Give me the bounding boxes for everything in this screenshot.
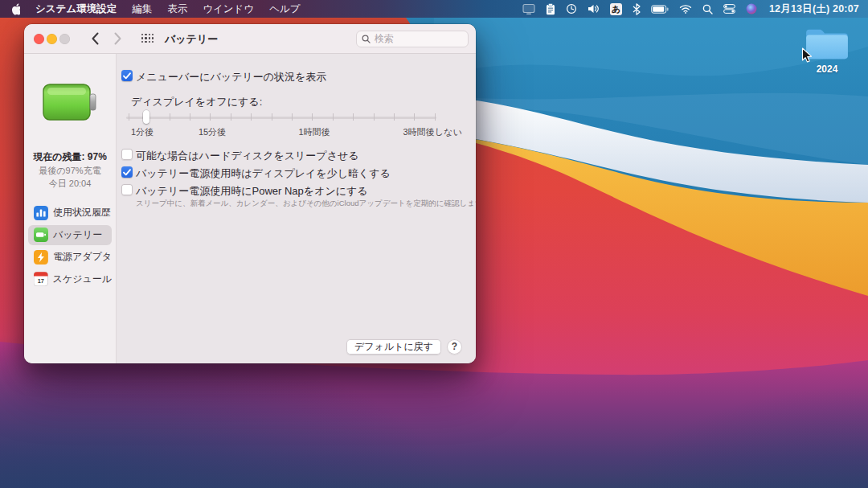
display-off-slider[interactable]: [126, 117, 436, 119]
last-charge-text: 最後の97%充電: [24, 165, 116, 177]
window-toolbar: バッテリー 検索: [24, 24, 476, 54]
menu-bar: システム環境設定 編集 表示 ウインドウ ヘルプ: [0, 0, 868, 18]
battery-pane: メニューバーにバッテリーの状況を表示 ディスプレイをオフにする: 1分後 15分…: [117, 54, 476, 363]
last-charge-time: 今日 20:04: [24, 178, 116, 190]
sidebar: 現在の残量: 97% 最後の97%充電 今日 20:04 使用状況履歴: [24, 54, 117, 363]
desktop-screen: システム環境設定 編集 表示 ウインドウ ヘルプ: [0, 0, 868, 488]
siri-icon[interactable]: [746, 3, 757, 14]
search-icon: [362, 35, 371, 43]
menubar-clock[interactable]: 12月13日(土) 20:07: [769, 2, 859, 16]
sidebar-list: 使用状況履歴 バッテリー: [28, 203, 112, 289]
mouse-cursor: [801, 47, 813, 64]
schedule-icon: 17: [34, 272, 48, 286]
show-all-grid-icon[interactable]: [141, 34, 154, 43]
display-off-label: ディスプレイをオフにする:: [131, 95, 262, 109]
clock-icon[interactable]: [566, 3, 577, 14]
checkbox-hard-disk-sleep[interactable]: [121, 149, 133, 160]
dim-display-label: バッテリー電源使用時はディスプレイを少し暗くする: [136, 166, 391, 181]
svg-text:17: 17: [38, 277, 44, 285]
menu-help[interactable]: ヘルプ: [269, 2, 300, 16]
checkbox-power-nap[interactable]: [121, 184, 133, 195]
control-center-icon[interactable]: [723, 4, 735, 14]
close-button[interactable]: [34, 34, 44, 44]
zoom-button[interactable]: [59, 34, 70, 44]
battery-illustration: [42, 82, 98, 122]
slider-thumb[interactable]: [143, 110, 149, 124]
power-nap-note: スリープ中に、新着メール、カレンダー、およびその他のiCloudアップデートを定…: [136, 199, 476, 209]
tick-label-1min: 1分後: [131, 126, 154, 138]
hard-disk-sleep-label: 可能な場合はハードディスクをスリープさせる: [136, 149, 359, 163]
wifi-icon[interactable]: [679, 4, 692, 14]
sidebar-item-usage-history[interactable]: 使用状況履歴: [28, 203, 112, 223]
tick-label-never: しない: [435, 126, 462, 138]
help-button[interactable]: ?: [447, 339, 462, 355]
tick-label-15min: 15分後: [199, 126, 226, 138]
tick-label-3hours: 3時間後: [403, 126, 434, 138]
clipboard-icon[interactable]: [546, 3, 555, 15]
screen-mirroring-icon[interactable]: [522, 3, 535, 15]
apple-menu-icon[interactable]: [10, 3, 20, 15]
spotlight-icon[interactable]: [702, 4, 713, 14]
sidebar-item-battery[interactable]: バッテリー: [28, 225, 112, 245]
input-source-icon[interactable]: あ: [610, 3, 622, 15]
minimize-button[interactable]: [47, 34, 57, 44]
checkbox-dim-display[interactable]: [121, 166, 133, 178]
forward-button[interactable]: [113, 31, 122, 46]
tick-label-1hour: 1時間後: [298, 126, 330, 138]
sidebar-item-power-adapter[interactable]: 電源アダプタ: [28, 247, 112, 267]
folder-label: 2024: [800, 64, 854, 75]
system-preferences-window: バッテリー 検索: [24, 24, 476, 363]
window-title: バッテリー: [165, 24, 218, 54]
battery-icon[interactable]: [651, 5, 669, 14]
restore-defaults-button[interactable]: デフォルトに戻す: [346, 339, 441, 355]
back-button[interactable]: [91, 31, 100, 46]
search-input[interactable]: 検索: [356, 31, 469, 47]
power-nap-label: バッテリー電源使用時にPower Napをオンにする: [136, 184, 368, 199]
menu-view[interactable]: 表示: [167, 2, 187, 16]
bluetooth-icon[interactable]: [633, 3, 641, 15]
show-in-menubar-label: メニューバーにバッテリーの状況を表示: [136, 70, 326, 84]
app-menu[interactable]: システム環境設定: [35, 2, 117, 16]
battery-icon: [34, 228, 48, 242]
current-charge-text: 現在の残量: 97%: [24, 150, 116, 164]
menu-window[interactable]: ウインドウ: [203, 2, 254, 16]
power-adapter-icon: [34, 250, 48, 265]
search-placeholder: 検索: [375, 32, 394, 46]
usage-history-icon: [34, 206, 48, 220]
checkbox-show-in-menubar[interactable]: [121, 70, 133, 81]
menu-edit[interactable]: 編集: [132, 2, 152, 16]
sidebar-item-schedule[interactable]: 17 スケジュール: [28, 269, 112, 289]
volume-icon[interactable]: [588, 4, 600, 14]
